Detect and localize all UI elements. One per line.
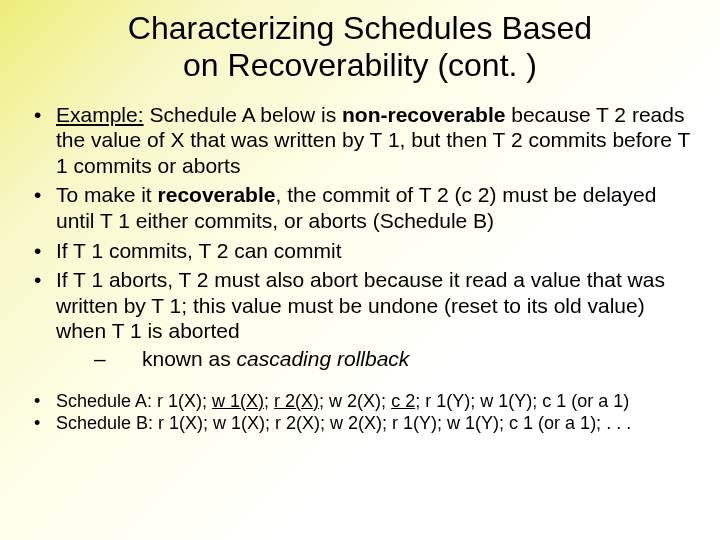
schedule-a: Schedule A: r 1(X); w 1(X); r 2(X); w 2(… — [28, 390, 692, 413]
bullet-2-bold: recoverable — [158, 183, 276, 206]
sa-pre: Schedule A: r 1(X); — [56, 391, 212, 411]
sub-1-italic: cascading rollback — [237, 347, 410, 370]
slide: Characterizing Schedules Based on Recove… — [0, 0, 720, 540]
sub-bullet-list: known as cascading rollback — [56, 346, 692, 372]
schedule-list: Schedule A: r 1(X); w 1(X); r 2(X); w 2(… — [28, 390, 692, 435]
bullet-2-pre: To make it — [56, 183, 158, 206]
slide-title: Characterizing Schedules Based on Recove… — [40, 10, 680, 84]
slide-body: Example: Schedule A below is non-recover… — [28, 102, 692, 435]
sa-u3: c 2 — [391, 391, 415, 411]
sb-text: Schedule B: r 1(X); w 1(X); r 2(X); w 2(… — [56, 413, 631, 433]
bullet-1-bold: non-recoverable — [342, 103, 505, 126]
sa-u1: w 1(X) — [212, 391, 264, 411]
bullet-3: If T 1 commits, T 2 can commit — [28, 238, 692, 264]
bullet-list: Example: Schedule A below is non-recover… — [28, 102, 692, 372]
bullet-4: If T 1 aborts, T 2 must also abort becau… — [28, 267, 692, 371]
sub-bullet-1: known as cascading rollback — [56, 346, 692, 372]
bullet-3-text: If T 1 commits, T 2 can commit — [56, 239, 342, 262]
sa-post: ; r 1(Y); w 1(Y); c 1 (or a 1) — [415, 391, 629, 411]
sa-m1: ; — [264, 391, 274, 411]
schedule-b: Schedule B: r 1(X); w 1(X); r 2(X); w 2(… — [28, 412, 692, 435]
bullet-1: Example: Schedule A below is non-recover… — [28, 102, 692, 179]
bullet-4-text: If T 1 aborts, T 2 must also abort becau… — [56, 268, 665, 342]
title-line-2: on Recoverability (cont. ) — [183, 47, 537, 83]
sa-u2: r 2(X) — [274, 391, 319, 411]
title-line-1: Characterizing Schedules Based — [128, 10, 592, 46]
sa-m2: ; w 2(X); — [319, 391, 391, 411]
example-label: Example: — [56, 103, 144, 126]
bullet-1-pre: Schedule A below is — [144, 103, 342, 126]
sub-1-pre: known as — [142, 347, 237, 370]
bullet-2: To make it recoverable, the commit of T … — [28, 182, 692, 233]
